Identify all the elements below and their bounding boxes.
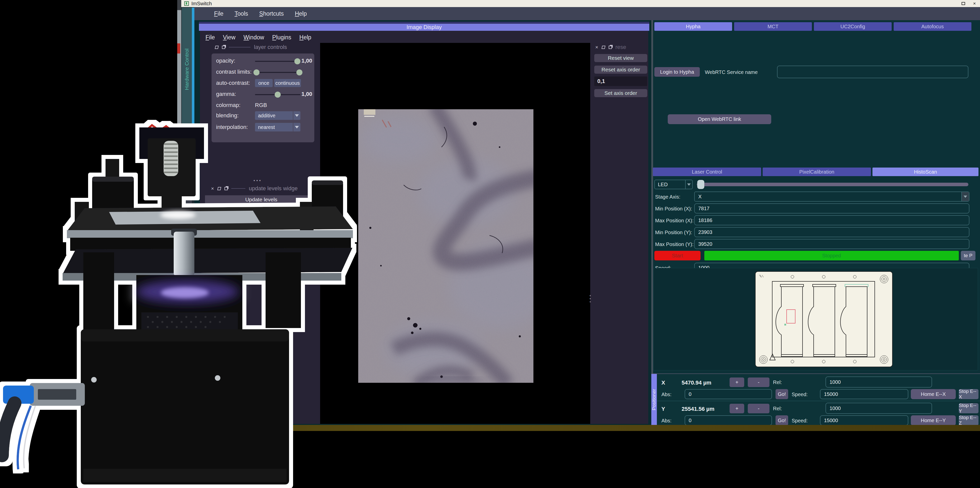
- wellplate-map[interactable]: [755, 271, 892, 367]
- axis-x-letter: X: [662, 380, 665, 386]
- illumination-slider-handle[interactable]: [697, 180, 704, 189]
- x-plus-button[interactable]: +: [730, 377, 744, 387]
- max-y-input[interactable]: [694, 239, 969, 249]
- y-plus-button[interactable]: +: [730, 404, 744, 413]
- start-scan-button[interactable]: Start: [654, 251, 700, 261]
- x-rel-label: Rel:: [773, 380, 782, 385]
- current-position-marker: [784, 324, 786, 326]
- microscope-photo: [0, 76, 369, 488]
- y-rel-input[interactable]: [826, 403, 932, 414]
- reset-view-button[interactable]: Reset view: [594, 54, 647, 62]
- napari-menubar: File View Window Plugins Help: [200, 32, 402, 42]
- positioner-divider: [657, 401, 980, 401]
- main-menubar: File Tools Shortcuts Help: [194, 7, 980, 20]
- float-dock-icon[interactable]: [215, 46, 219, 49]
- napari-menu-help[interactable]: Help: [299, 34, 311, 41]
- illumination-source-value: LED: [655, 182, 685, 188]
- set-axis-order-button[interactable]: Set axis order: [594, 89, 647, 97]
- stop-y-button[interactable]: Stop E--Y: [959, 403, 978, 413]
- panel-splitter[interactable]: [651, 20, 653, 374]
- opacity-slider[interactable]: [255, 61, 301, 62]
- tab-autofocus[interactable]: Autofocus: [894, 22, 971, 31]
- y-rel-label: Rel:: [773, 406, 782, 412]
- max-x-label: Max Position (X):: [655, 218, 694, 224]
- tab-laser-control[interactable]: Laser Control: [653, 167, 761, 176]
- image-display-dock-title[interactable]: Image Display: [199, 24, 649, 31]
- tab-pixelcalibration[interactable]: PixelCalibration: [763, 167, 871, 176]
- napari-menu-file[interactable]: File: [205, 34, 215, 41]
- open-webrtc-link-button[interactable]: Open WebRTC link: [668, 114, 771, 124]
- stop-x-button[interactable]: Stop E--X: [959, 389, 978, 399]
- positioner-tab[interactable]: Positioner: [651, 374, 657, 425]
- window-titlebar[interactable]: ImSwitch ×: [181, 0, 980, 7]
- popout-dock-icon[interactable]: [222, 46, 225, 49]
- popout-dock-icon[interactable]: [609, 46, 612, 49]
- x-minus-button[interactable]: -: [748, 377, 770, 387]
- close-button[interactable]: ×: [969, 0, 980, 6]
- illumination-intensity-slider[interactable]: [697, 183, 968, 186]
- background-window-edge-red: [177, 43, 180, 54]
- webrtc-service-input[interactable]: [777, 65, 968, 78]
- contrast-limits-label: contrast limits:: [216, 68, 252, 75]
- min-y-label: Min Position (Y):: [655, 230, 692, 235]
- y-go-button[interactable]: Go!: [776, 415, 788, 425]
- stage-axis-dropdown-arrow: [961, 192, 969, 201]
- contrast-high-handle[interactable]: [296, 69, 302, 75]
- y-abs-input[interactable]: [685, 415, 772, 425]
- tab-hypha[interactable]: Hypha: [654, 22, 732, 31]
- layer-controls-dock-title: layer controls: [254, 44, 287, 51]
- dock-splitter-handle[interactable]: ⋮: [585, 293, 595, 304]
- illumination-source-dropdown[interactable]: LED: [654, 180, 693, 189]
- layer-controls-dock-header: layer controls: [215, 43, 287, 51]
- x-abs-input[interactable]: [685, 389, 772, 399]
- menu-tools[interactable]: Tools: [234, 10, 248, 17]
- base-box: [81, 329, 289, 485]
- napari-menu-plugins[interactable]: Plugins: [272, 34, 291, 41]
- x-go-button[interactable]: Go!: [776, 389, 788, 399]
- reset-axis-order-button[interactable]: Reset axis order: [594, 65, 647, 74]
- illumination-dropdown-arrow: [685, 180, 692, 189]
- napari-menu-view[interactable]: View: [223, 34, 235, 41]
- y-speed-input[interactable]: [820, 415, 908, 425]
- x-rel-input[interactable]: [826, 377, 932, 388]
- stop-z-button[interactable]: Stop E--Z: [959, 415, 978, 425]
- image-display-title-text: Image Display: [406, 24, 442, 30]
- opacity-slider-handle[interactable]: [294, 58, 301, 64]
- tab-histoscan[interactable]: HistoScan: [872, 167, 978, 176]
- menu-help[interactable]: Help: [295, 10, 307, 17]
- max-y-label: Max Position (Y):: [655, 242, 694, 247]
- x-abs-label: Abs:: [662, 392, 671, 397]
- close-dock-icon[interactable]: ×: [595, 45, 598, 50]
- axis-order-input[interactable]: 0,1: [594, 76, 647, 86]
- tab-uc2config[interactable]: UC2Config: [814, 22, 892, 31]
- min-x-input[interactable]: [694, 203, 969, 213]
- x-speed-input[interactable]: [820, 389, 908, 399]
- tab-mct[interactable]: MCT: [734, 22, 812, 31]
- maximize-button[interactable]: [958, 0, 969, 6]
- perforated-plate: [142, 312, 238, 331]
- webrtc-service-label: WebRTC Service name: [705, 69, 757, 75]
- y-speed-label: Speed:: [792, 418, 808, 424]
- positioner-panel: Positioner X 5470.94 µm + - Rel: Abs: Go…: [651, 374, 980, 425]
- home-x-button[interactable]: Home E--X: [911, 389, 956, 399]
- contrast-low-handle[interactable]: [253, 69, 259, 75]
- menu-shortcuts[interactable]: Shortcuts: [259, 10, 284, 17]
- y-abs-label: Abs:: [662, 418, 671, 424]
- menu-file[interactable]: File: [214, 10, 223, 17]
- home-y-button[interactable]: Home E--Y: [911, 415, 956, 425]
- max-x-input[interactable]: [694, 215, 969, 225]
- opacity-value: 1,00: [301, 57, 312, 64]
- min-y-input[interactable]: [694, 227, 969, 237]
- login-hypha-button[interactable]: Login to Hypha: [654, 67, 700, 77]
- window-title: ImSwitch: [191, 1, 212, 6]
- x-speed-label: Speed:: [792, 392, 808, 397]
- axis-y-letter: Y: [662, 406, 665, 412]
- y-minus-button[interactable]: -: [748, 404, 770, 413]
- partial-button[interactable]: te P: [961, 251, 975, 261]
- stage-axis-dropdown[interactable]: X: [694, 192, 969, 202]
- background-window-edge-top: [177, 0, 181, 10]
- contrast-limits-slider[interactable]: [255, 72, 301, 73]
- close-icon: ×: [973, 1, 976, 6]
- float-dock-icon[interactable]: [601, 46, 605, 49]
- napari-menu-window[interactable]: Window: [243, 34, 264, 41]
